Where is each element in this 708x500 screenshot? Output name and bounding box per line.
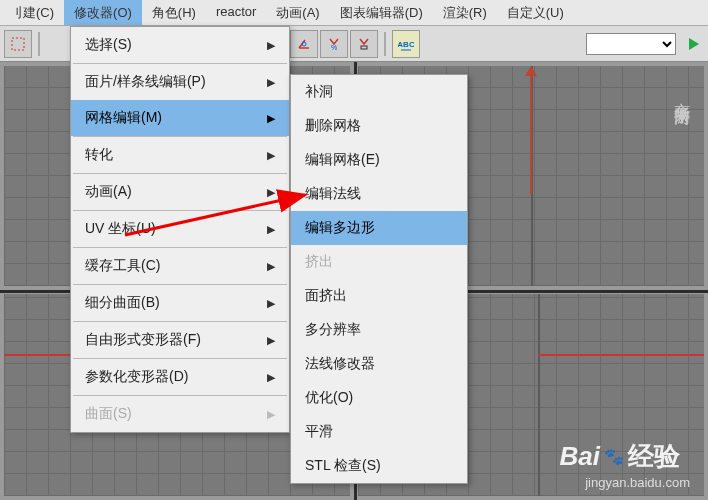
submenu-item-label: 多分辨率 [305,321,361,339]
watermark-brand: Bai🐾经验 [560,439,680,474]
dropdown-item-label: 自由形式变形器(F) [85,331,201,349]
submenu-item[interactable]: 补洞 [291,75,467,109]
dropdown-item-label: 转化 [85,146,113,164]
tool-named-selection[interactable]: ABC [392,30,420,58]
dropdown-item[interactable]: 转化▶ [71,137,289,173]
submenu-arrow-icon: ▶ [267,186,275,199]
submenu-item-label: 平滑 [305,423,333,441]
toolbar-separator [38,32,40,56]
dropdown-item[interactable]: UV 坐标(U)▶ [71,211,289,247]
named-selection-dropdown[interactable] [586,33,676,55]
menu-reactor[interactable]: reactor [206,0,266,25]
menu-graph-editors[interactable]: 图表编辑器(D) [330,0,433,25]
svg-rect-3 [361,46,367,49]
dropdown-item[interactable]: 面片/样条线编辑(P)▶ [71,64,289,100]
submenu-arrow-icon: ▶ [267,223,275,236]
tool-angle-snap[interactable] [290,30,318,58]
submenu-item[interactable]: 编辑网格(E) [291,143,467,177]
submenu-item[interactable]: 多分辨率 [291,313,467,347]
submenu-arrow-icon: ▶ [267,260,275,273]
svg-text:ABC: ABC [398,40,414,49]
menu-create[interactable]: 刂建(C) [0,0,64,25]
submenu-item-label: 编辑法线 [305,185,361,203]
svg-rect-0 [12,38,24,50]
menu-modifiers[interactable]: 修改器(O) [64,0,142,25]
submenu-item[interactable]: 平滑 [291,415,467,449]
paw-icon: 🐾 [604,447,624,466]
dropdown-item-label: UV 坐标(U) [85,220,156,238]
mesh-editing-submenu: 补洞删除网格编辑网格(E)编辑法线编辑多边形挤出面挤出多分辨率法线修改器优化(O… [290,74,468,484]
dropdown-item[interactable]: 动画(A)▶ [71,174,289,210]
submenu-item[interactable]: 法线修改器 [291,347,467,381]
submenu-arrow-icon: ▶ [267,371,275,384]
submenu-item-label: STL 检查(S) [305,457,381,475]
submenu-item-label: 删除网格 [305,117,361,135]
submenu-arrow-icon: ▶ [267,297,275,310]
submenu-item-label: 挤出 [305,253,333,271]
submenu-item[interactable]: 编辑法线 [291,177,467,211]
menubar: 刂建(C) 修改器(O) 角色(H) reactor 动画(A) 图表编辑器(D… [0,0,708,26]
submenu-arrow-icon: ▶ [267,76,275,89]
tool-selection-region[interactable] [4,30,32,58]
submenu-item-label: 优化(O) [305,389,353,407]
submenu-item[interactable]: STL 检查(S) [291,449,467,483]
submenu-item-label: 补洞 [305,83,333,101]
menu-rendering[interactable]: 渲染(R) [433,0,497,25]
dropdown-item-label: 参数化变形器(D) [85,368,188,386]
dropdown-item-label: 曲面(S) [85,405,132,423]
submenu-item: 挤出 [291,245,467,279]
menu-animation[interactable]: 动画(A) [266,0,329,25]
submenu-item-label: 法线修改器 [305,355,375,373]
svg-text:%: % [331,44,337,51]
submenu-arrow-icon: ▶ [267,112,275,125]
tool-percent-snap[interactable]: % [320,30,348,58]
dropdown-item-label: 面片/样条线编辑(P) [85,73,206,91]
dropdown-item[interactable]: 细分曲面(B)▶ [71,285,289,321]
dropdown-item[interactable]: 自由形式变形器(F)▶ [71,322,289,358]
dropdown-item-label: 选择(S) [85,36,132,54]
dropdown-item: 曲面(S)▶ [71,396,289,432]
toolbar-separator [384,32,386,56]
dropdown-item[interactable]: 网格编辑(M)▶ [71,100,289,136]
menu-character[interactable]: 角色(H) [142,0,206,25]
submenu-item-label: 面挤出 [305,287,347,305]
watermark-side: 京华手游网 [671,90,692,100]
dropdown-item-label: 动画(A) [85,183,132,201]
dropdown-item-label: 缓存工具(C) [85,257,160,275]
submenu-arrow-icon: ▶ [267,334,275,347]
tool-play-icon[interactable] [684,30,704,58]
dropdown-item[interactable]: 选择(S)▶ [71,27,289,63]
modifiers-dropdown: 选择(S)▶面片/样条线编辑(P)▶网格编辑(M)▶转化▶动画(A)▶UV 坐标… [70,26,290,433]
dropdown-item[interactable]: 参数化变形器(D)▶ [71,359,289,395]
submenu-item-label: 编辑网格(E) [305,151,380,169]
submenu-arrow-icon: ▶ [267,39,275,52]
submenu-arrow-icon: ▶ [267,149,275,162]
tool-spinner-snap[interactable] [350,30,378,58]
submenu-item[interactable]: 编辑多边形 [291,211,467,245]
dropdown-item-label: 网格编辑(M) [85,109,162,127]
dropdown-item-label: 细分曲面(B) [85,294,160,312]
submenu-item[interactable]: 优化(O) [291,381,467,415]
watermark-url: jingyan.baidu.com [585,475,690,490]
menu-customize[interactable]: 自定义(U) [497,0,574,25]
submenu-item[interactable]: 面挤出 [291,279,467,313]
submenu-item[interactable]: 删除网格 [291,109,467,143]
submenu-item-label: 编辑多边形 [305,219,375,237]
dropdown-item[interactable]: 缓存工具(C)▶ [71,248,289,284]
submenu-arrow-icon: ▶ [267,408,275,421]
